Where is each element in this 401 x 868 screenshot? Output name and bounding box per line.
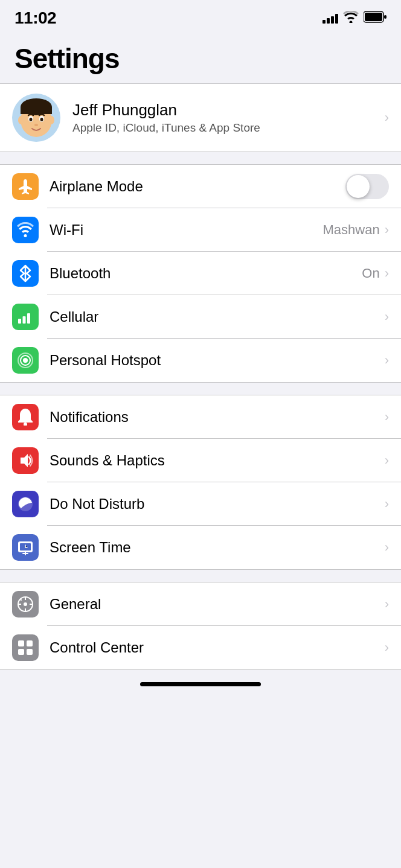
control-center-chevron: ›	[385, 640, 389, 656]
svg-point-10	[30, 118, 33, 121]
sounds-haptics-icon	[12, 447, 39, 474]
apple-id-row[interactable]: Jeff Phungglan Apple ID, iCloud, iTunes …	[0, 84, 401, 152]
settings-row-cellular[interactable]: Cellular›	[0, 295, 401, 339]
svg-point-26	[24, 602, 27, 606]
svg-point-16	[23, 358, 28, 363]
do-not-disturb-label: Do Not Disturb	[50, 496, 144, 512]
page-title-area: Settings	[0, 31, 401, 83]
svg-rect-2	[384, 15, 387, 19]
personal-hotspot-right: ›	[385, 353, 389, 368]
notifications-icon	[12, 404, 39, 430]
svg-rect-34	[18, 649, 24, 655]
wifi-right: Mashwan›	[323, 222, 389, 238]
signal-icon	[322, 13, 338, 24]
do-not-disturb-content: Do Not Disturb›	[50, 496, 389, 512]
control-center-right: ›	[385, 640, 389, 656]
settings-row-do-not-disturb[interactable]: Do Not Disturb›	[0, 482, 401, 526]
svg-point-6	[18, 116, 24, 124]
svg-rect-5	[21, 107, 52, 114]
settings-row-screen-time[interactable]: Screen Time›	[0, 526, 401, 569]
svg-point-7	[48, 116, 54, 124]
cellular-label: Cellular	[50, 308, 98, 325]
settings-row-airplane-mode[interactable]: Airplane Mode	[0, 165, 401, 208]
svg-rect-28	[25, 608, 26, 611]
control-center-content: Control Center›	[50, 639, 389, 656]
avatar	[12, 94, 60, 142]
airplane-mode-icon	[12, 173, 39, 200]
wifi-value: Mashwan	[323, 222, 380, 238]
general-group: General›Control Center›	[0, 582, 401, 670]
notifications-label: Notifications	[50, 409, 129, 426]
airplane-mode-right	[345, 174, 389, 199]
notifications-chevron: ›	[385, 409, 389, 425]
svg-rect-1	[365, 13, 382, 21]
personal-hotspot-content: Personal Hotspot›	[50, 352, 389, 369]
screen-time-right: ›	[385, 540, 389, 555]
svg-rect-13	[18, 319, 21, 324]
screen-time-icon	[12, 534, 39, 561]
apple-id-subtitle: Apple ID, iCloud, iTunes & App Store	[72, 121, 385, 135]
svg-rect-15	[27, 313, 30, 324]
settings-row-notifications[interactable]: Notifications›	[0, 395, 401, 439]
apple-id-chevron: ›	[385, 110, 389, 126]
notifications-group: Notifications›Sounds & Haptics›Do Not Di…	[0, 395, 401, 570]
battery-icon	[364, 11, 387, 25]
apple-id-name: Jeff Phungglan	[72, 101, 385, 120]
general-icon	[12, 591, 39, 617]
wifi-chevron: ›	[385, 222, 389, 238]
notifications-content: Notifications›	[50, 409, 389, 426]
airplane-mode-label: Airplane Mode	[50, 178, 143, 195]
bluetooth-right: On›	[362, 266, 389, 281]
svg-marker-20	[21, 454, 28, 467]
svg-rect-32	[18, 640, 24, 646]
svg-rect-33	[27, 640, 33, 646]
bluetooth-chevron: ›	[385, 266, 389, 281]
apple-id-text: Jeff Phungglan Apple ID, iCloud, iTunes …	[72, 101, 385, 135]
status-icons	[322, 11, 387, 25]
svg-rect-35	[27, 649, 33, 655]
screen-time-label: Screen Time	[50, 539, 131, 556]
bluetooth-label: Bluetooth	[50, 265, 111, 282]
settings-row-general[interactable]: General›	[0, 582, 401, 626]
bluetooth-icon	[12, 260, 39, 287]
airplane-mode-content: Airplane Mode	[50, 174, 389, 199]
personal-hotspot-label: Personal Hotspot	[50, 352, 161, 369]
svg-point-12	[34, 124, 38, 126]
settings-row-control-center[interactable]: Control Center›	[0, 626, 401, 669]
do-not-disturb-icon	[12, 491, 39, 517]
airplane-mode-toggle[interactable]	[345, 174, 389, 199]
personal-hotspot-icon	[12, 347, 39, 374]
general-right: ›	[385, 596, 389, 612]
home-indicator	[140, 682, 261, 686]
apple-id-group: Jeff Phungglan Apple ID, iCloud, iTunes …	[0, 83, 401, 152]
svg-point-19	[24, 423, 27, 426]
control-center-label: Control Center	[50, 639, 144, 656]
connectivity-group: Airplane ModeWi-FiMashwan›BluetoothOn›Ce…	[0, 164, 401, 383]
general-label: General	[50, 596, 101, 613]
bluetooth-content: BluetoothOn›	[50, 265, 389, 282]
cellular-chevron: ›	[385, 309, 389, 325]
control-center-icon	[12, 634, 39, 661]
bluetooth-value: On	[362, 266, 379, 281]
status-bar: 11:02	[0, 0, 401, 31]
svg-rect-27	[25, 597, 26, 600]
settings-row-wifi[interactable]: Wi-FiMashwan›	[0, 208, 401, 252]
settings-row-bluetooth[interactable]: BluetoothOn›	[0, 252, 401, 295]
personal-hotspot-chevron: ›	[385, 353, 389, 368]
sounds-haptics-chevron: ›	[385, 453, 389, 468]
wifi-content: Wi-FiMashwan›	[50, 222, 389, 238]
svg-rect-30	[30, 604, 33, 605]
wifi-label: Wi-Fi	[50, 222, 83, 238]
settings-row-sounds-haptics[interactable]: Sounds & Haptics›	[0, 439, 401, 482]
cellular-content: Cellular›	[50, 308, 389, 325]
page-title: Settings	[14, 42, 387, 75]
cellular-right: ›	[385, 309, 389, 325]
status-time: 11:02	[14, 8, 56, 28]
screen-time-content: Screen Time›	[50, 539, 389, 556]
settings-row-personal-hotspot[interactable]: Personal Hotspot›	[0, 339, 401, 382]
sounds-haptics-content: Sounds & Haptics›	[50, 452, 389, 469]
notifications-right: ›	[385, 409, 389, 425]
general-chevron: ›	[385, 596, 389, 612]
do-not-disturb-chevron: ›	[385, 496, 389, 512]
wifi-icon	[343, 11, 359, 25]
